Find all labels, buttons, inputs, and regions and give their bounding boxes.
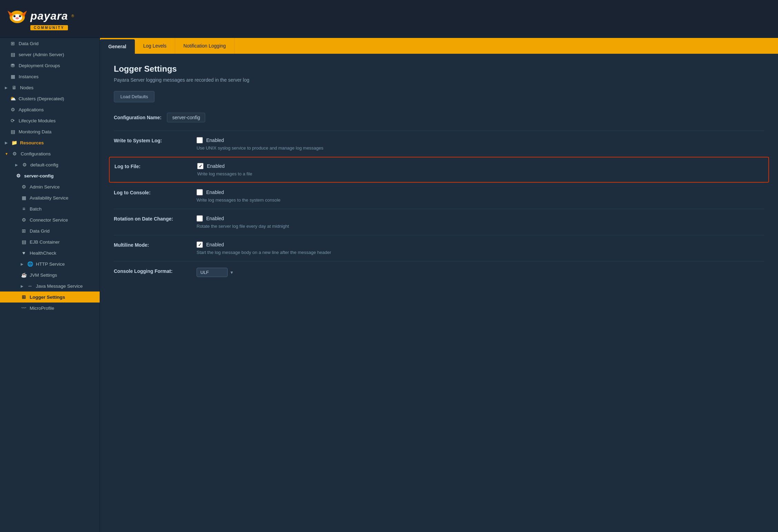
- jvm-icon: ☕: [21, 272, 27, 278]
- console-logging-select[interactable]: ULF ODL JSON: [197, 268, 228, 277]
- sidebar-item-deployment-groups[interactable]: ⛃ Deployment Groups: [0, 60, 100, 71]
- rotation-label: Rotation on Date Change:: [114, 215, 190, 222]
- config-name-value: server-config: [167, 113, 205, 122]
- grid-icon: ⊞: [10, 40, 16, 47]
- write-system-log-checkbox[interactable]: [197, 137, 203, 143]
- load-defaults-button[interactable]: Load Defaults: [114, 91, 154, 102]
- tab-general[interactable]: General: [100, 39, 135, 54]
- data-grid2-icon: ⊞: [21, 228, 27, 234]
- availability-icon: ▦: [21, 195, 27, 201]
- select-arrow-icon: ▼: [230, 270, 234, 275]
- console-logging-label: Console Logging Format:: [114, 268, 190, 274]
- sidebar-item-clusters[interactable]: ⛅ Clusters (Deprecated): [0, 93, 100, 104]
- log-to-console-checkbox[interactable]: [197, 189, 203, 195]
- arrow-jms-icon: ▶: [21, 284, 23, 288]
- lifecycle-icon: ⟳: [10, 117, 16, 124]
- console-logging-section: Console Logging Format: ULF ODL JSON ▼: [114, 261, 764, 283]
- svg-point-6: [16, 17, 19, 19]
- sidebar-item-data-grid[interactable]: ⊞ Data Grid: [0, 38, 100, 49]
- content-area: General Log Levels Notification Logging …: [100, 38, 778, 532]
- page-subtitle: Payara Server logging messages are recor…: [114, 77, 764, 83]
- sidebar-item-http-service[interactable]: ▶ 🌐 HTTP Service: [0, 258, 100, 269]
- sidebar-item-default-config[interactable]: ▶ ⚙ default-config: [0, 159, 100, 170]
- write-system-log-section: Write to System Log: Enabled Use UNIX sy…: [114, 131, 764, 157]
- sidebar-item-connector-service[interactable]: ⚙ Connector Service: [0, 214, 100, 225]
- multiline-control: Enabled Start the log message body on a …: [197, 242, 331, 255]
- rotation-checkbox[interactable]: [197, 215, 203, 222]
- batch-icon: ≡: [21, 206, 27, 212]
- server-config-icon: ⚙: [15, 173, 21, 179]
- log-to-file-hint: Write log messages to a file: [197, 171, 252, 176]
- sidebar-item-monitoring[interactable]: ▤ Monitoring Data: [0, 126, 100, 137]
- multiline-checkbox[interactable]: [197, 242, 203, 248]
- svg-point-5: [19, 15, 21, 17]
- deployment-groups-icon: ⛃: [10, 62, 16, 69]
- log-to-file-section: Log to File: Enabled Write log messages …: [109, 157, 769, 183]
- trademark-icon: ®: [71, 14, 74, 18]
- instances-icon: ▦: [10, 73, 16, 80]
- sidebar-item-jvm-settings[interactable]: ☕ JVM Settings: [0, 269, 100, 280]
- sidebar-item-java-message[interactable]: ▶ ↔ Java Message Service: [0, 280, 100, 291]
- sidebar-item-nodes[interactable]: ▶ 🖥 Nodes: [0, 82, 100, 93]
- clusters-icon: ⛅: [10, 95, 16, 102]
- server-icon: ▤: [10, 51, 16, 58]
- log-to-file-enabled-label: Enabled: [207, 163, 225, 169]
- applications-icon: ⚙: [10, 106, 16, 113]
- logo-area: payara ® COMMUNITY: [7, 7, 74, 30]
- sidebar-item-server-config[interactable]: ⚙ server-config: [0, 170, 100, 181]
- write-system-log-enabled-label: Enabled: [206, 137, 224, 143]
- multiline-section: Multiline Mode: Enabled Start the log me…: [114, 235, 764, 261]
- rotation-enabled-label: Enabled: [206, 216, 224, 221]
- monitoring-icon: ▤: [10, 129, 16, 135]
- sidebar-item-microprofile[interactable]: 〰 MicroProfile: [0, 303, 100, 314]
- sidebar-item-configurations[interactable]: ▼ ⚙ Configurations: [0, 148, 100, 159]
- sidebar-item-instances[interactable]: ▦ Instances: [0, 71, 100, 82]
- multiline-label: Multiline Mode:: [114, 242, 190, 248]
- sidebar-item-admin-server[interactable]: ▤ server (Admin Server): [0, 49, 100, 60]
- svg-point-4: [13, 15, 16, 17]
- log-to-console-section: Log to Console: Enabled Write log messag…: [114, 183, 764, 209]
- tab-bar: General Log Levels Notification Logging: [100, 38, 778, 54]
- log-to-file-checkbox[interactable]: [197, 163, 203, 169]
- sidebar-collapse-button[interactable]: «: [100, 107, 100, 121]
- console-logging-control: ULF ODL JSON ▼: [197, 268, 234, 277]
- configurations-icon: ⚙: [12, 151, 18, 157]
- http-icon: 🌐: [27, 261, 33, 267]
- page-title: Logger Settings: [114, 64, 764, 74]
- arrow-right-resources-icon: ▶: [5, 141, 8, 145]
- payara-logo-icon: [7, 7, 28, 24]
- sidebar-item-ejb-container[interactable]: ▤ EJB Container: [0, 236, 100, 247]
- admin-service-icon: ⚙: [21, 184, 27, 190]
- sidebar-item-admin-service[interactable]: ⚙ Admin Service: [0, 181, 100, 192]
- write-system-log-label: Write to System Log:: [114, 137, 190, 143]
- config-name-row: Configuration Name: server-config: [114, 113, 764, 122]
- tab-log-levels[interactable]: Log Levels: [135, 38, 175, 54]
- arrow-default-icon: ▶: [15, 163, 18, 167]
- sidebar-item-resources[interactable]: ▶ 📁 Resources: [0, 137, 100, 148]
- default-config-icon: ⚙: [21, 162, 28, 168]
- log-to-console-label: Log to Console:: [114, 189, 190, 195]
- arrow-right-icon: ▶: [5, 86, 8, 90]
- logger-icon: ⊞: [21, 294, 27, 300]
- tab-notification-logging[interactable]: Notification Logging: [175, 38, 235, 54]
- nodes-icon: 🖥: [11, 84, 17, 91]
- community-badge: COMMUNITY: [30, 25, 68, 30]
- sidebar-item-healthcheck[interactable]: ♥ HealthCheck: [0, 247, 100, 258]
- sidebar-item-data-grid2[interactable]: ⊞ Data Grid: [0, 225, 100, 236]
- sidebar-item-applications[interactable]: ⚙ Applications: [0, 104, 100, 115]
- rotation-section: Rotation on Date Change: Enabled Rotate …: [114, 209, 764, 235]
- sidebar-item-logger-settings[interactable]: ⊞ Logger Settings: [0, 291, 100, 303]
- write-system-log-control: Enabled Use UNIX syslog service to produ…: [197, 137, 323, 151]
- connector-icon: ⚙: [21, 217, 27, 223]
- sidebar-item-batch[interactable]: ≡ Batch: [0, 203, 100, 214]
- sidebar: ⊞ Data Grid ▤ server (Admin Server) ⛃ De…: [0, 38, 100, 532]
- write-system-log-hint: Use UNIX syslog service to produce and m…: [197, 145, 323, 151]
- healthcheck-icon: ♥: [21, 250, 27, 256]
- log-to-console-enabled-label: Enabled: [206, 190, 224, 195]
- logo-text: payara: [30, 10, 68, 22]
- multiline-hint: Start the log message body on a new line…: [197, 250, 331, 255]
- sidebar-item-availability-service[interactable]: ▦ Availability Service: [0, 192, 100, 203]
- ejb-icon: ▤: [21, 239, 27, 245]
- rotation-control: Enabled Rotate the server log file every…: [197, 215, 289, 229]
- sidebar-item-lifecycle[interactable]: ⟳ Lifecycle Modules: [0, 115, 100, 126]
